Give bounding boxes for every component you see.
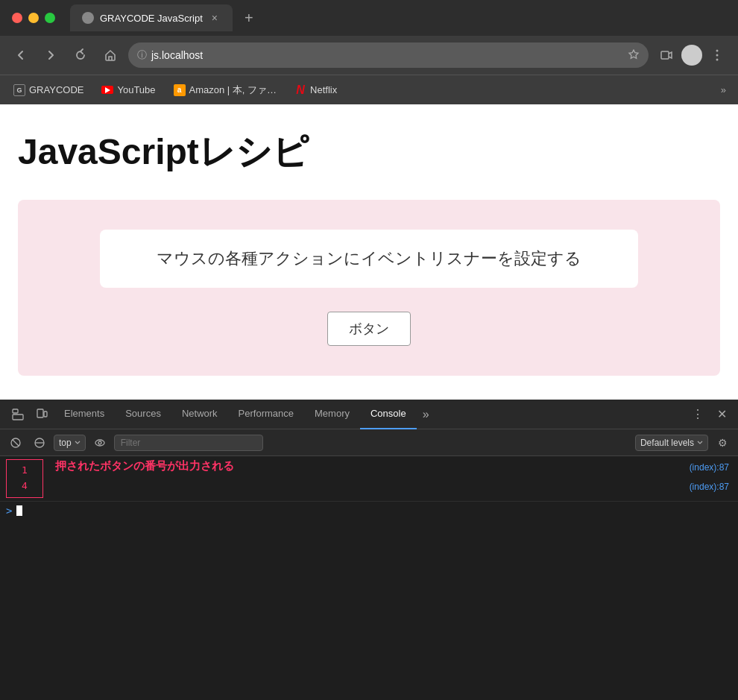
toolbar-block-button[interactable] [30, 433, 49, 453]
tab-console[interactable]: Console [360, 400, 417, 429]
console-line-numbers: 1 4 [6, 459, 43, 498]
bookmark-graycode[interactable]: G GRAYCODE [6, 81, 91, 99]
console-cursor [16, 505, 22, 516]
tab-sources[interactable]: Sources [115, 400, 171, 429]
svg-point-5 [716, 54, 719, 57]
console-output: 1 4 押されたボタンの番号が出力される (index):87 (index):… [0, 456, 738, 601]
address-bar[interactable]: ⓘ js.localhost [128, 42, 649, 68]
svg-rect-9 [37, 409, 43, 417]
devtools-device-icon[interactable] [30, 403, 54, 426]
svg-point-6 [716, 59, 719, 61]
menu-button[interactable] [705, 43, 729, 67]
line-number-1: 1 [22, 463, 28, 479]
bookmark-amazon-label: Amazon | 本, ファ… [189, 83, 277, 97]
nav-actions [655, 43, 729, 67]
log-levels-label: Default levels [640, 438, 694, 448]
devtools-close-button[interactable]: ✕ [711, 404, 732, 425]
svg-point-16 [98, 441, 101, 444]
devtools-actions: ⋮ ✕ [687, 404, 732, 425]
new-tab-button[interactable]: + [239, 7, 259, 28]
tab-favicon [82, 12, 94, 24]
toolbar-eye-button[interactable] [90, 433, 110, 453]
security-icon: ⓘ [137, 48, 147, 62]
amazon-icon: a [174, 84, 186, 96]
devtools-inspect-icon[interactable] [6, 403, 30, 426]
tab-network[interactable]: Network [171, 400, 228, 429]
devtools-more-button[interactable]: ⋮ [687, 404, 708, 425]
url-display: js.localhost [151, 49, 623, 61]
svg-rect-3 [661, 51, 669, 59]
bookmark-youtube-label: YouTube [117, 84, 155, 95]
traffic-lights [12, 13, 55, 23]
home-button[interactable] [98, 43, 122, 67]
tab-memory[interactable]: Memory [304, 400, 360, 429]
console-message-text: 押されたボタンの番号が出力される [49, 456, 681, 476]
navigation-bar: ⓘ js.localhost [0, 36, 738, 75]
devtools-toolbar: top Default levels ⚙ [0, 429, 738, 456]
tab-close-button[interactable]: × [209, 12, 221, 24]
console-location-1[interactable]: (index):87 [681, 459, 738, 476]
svg-rect-10 [44, 412, 47, 417]
active-tab[interactable]: GRAYCODE JavaScript × [70, 4, 233, 31]
graycode-icon: G [13, 84, 25, 96]
user-avatar[interactable] [681, 45, 702, 66]
demo-button[interactable]: ボタン [327, 312, 411, 346]
log-levels-selector[interactable]: Default levels [635, 435, 708, 451]
close-button[interactable] [12, 13, 22, 23]
svg-point-15 [95, 440, 104, 446]
bookmark-youtube[interactable]: YouTube [94, 81, 163, 99]
minimize-button[interactable] [28, 13, 39, 23]
youtube-icon [101, 84, 113, 96]
console-prompt: > [6, 505, 12, 517]
bookmark-amazon[interactable]: a Amazon | 本, ファ… [166, 81, 285, 100]
toolbar-clear-button[interactable] [6, 433, 25, 453]
back-button[interactable] [9, 43, 33, 67]
title-bar: GRAYCODE JavaScript × + [0, 0, 738, 36]
svg-rect-7 [13, 409, 18, 413]
svg-rect-8 [13, 414, 23, 420]
maximize-button[interactable] [45, 13, 55, 23]
tab-area: GRAYCODE JavaScript × + [70, 4, 726, 31]
demo-description: マウスの各種アクションにイベントリスナーを設定する [100, 230, 638, 288]
forward-button[interactable] [39, 43, 63, 67]
svg-line-12 [13, 440, 19, 446]
console-row-1: 1 4 押されたボタンの番号が出力される (index):87 (index):… [0, 456, 738, 502]
devtools-tabs: Elements Sources Network Performance Mem… [0, 400, 738, 429]
context-value: top [59, 438, 72, 448]
reload-button[interactable] [69, 43, 92, 67]
console-input-row: > [0, 502, 738, 520]
demo-box: マウスの各種アクションにイベントリスナーを設定する ボタン [18, 200, 720, 376]
toolbar-settings-icon[interactable]: ⚙ [713, 433, 732, 453]
line-number-2: 4 [22, 479, 28, 494]
tab-elements[interactable]: Elements [54, 400, 115, 429]
netflix-icon: N [294, 84, 306, 96]
devtools-panel: Elements Sources Network Performance Mem… [0, 400, 738, 601]
bookmarks-bar: G GRAYCODE YouTube a Amazon | 本, ファ… N N… [0, 75, 738, 104]
star-icon[interactable] [628, 49, 640, 61]
bookmark-netflix[interactable]: N Netflix [287, 81, 344, 99]
context-selector[interactable]: top [54, 435, 86, 451]
page-content: JavaScriptレシピ マウスの各種アクションにイベントリスナーを設定する … [0, 104, 738, 400]
svg-point-4 [716, 50, 719, 52]
bookmarks-more-button[interactable]: » [715, 81, 732, 98]
console-location-2[interactable]: (index):87 [681, 479, 738, 495]
media-button[interactable] [655, 43, 678, 67]
console-filter-input[interactable] [114, 435, 263, 451]
tab-performance[interactable]: Performance [228, 400, 304, 429]
devtools-tabs-more[interactable]: » [417, 408, 435, 421]
bookmark-graycode-label: GRAYCODE [29, 84, 83, 95]
tab-title: GRAYCODE JavaScript [100, 13, 203, 24]
bookmark-netflix-label: Netflix [310, 84, 337, 95]
page-title: JavaScriptレシピ [18, 128, 720, 176]
console-locations: (index):87 (index):87 [681, 456, 738, 495]
